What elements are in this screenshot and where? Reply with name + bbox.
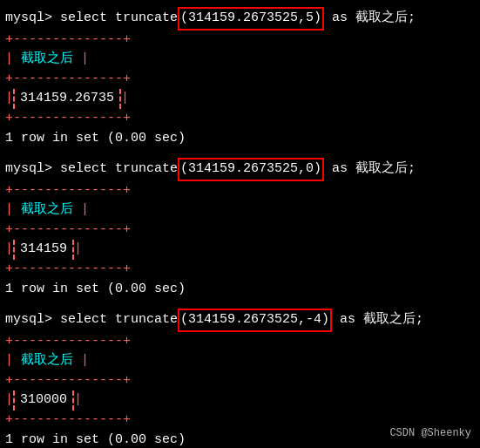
table-value-row-1: |314159.26735| <box>5 89 475 109</box>
alias-1: as 截取之后; <box>324 9 416 29</box>
value-cell-2: 314159 <box>13 240 74 260</box>
prompt-1: mysql> select truncate <box>5 9 178 29</box>
watermark: CSDN @Sheenky <box>389 427 471 439</box>
table-bottom-1: +--------------+ <box>5 109 475 129</box>
info-line-2: 1 row in set (0.00 sec) <box>5 279 475 300</box>
args-text-1: (314159.2673525,5) <box>180 10 321 25</box>
table-mid-2: +--------------+ <box>5 221 475 241</box>
table-bottom-2: +--------------+ <box>5 260 475 280</box>
table-top-2: +--------------+ <box>5 181 475 201</box>
column-header-3: 截取之后 <box>13 351 81 371</box>
query-line-2: mysql> select truncate(314159.2673525,0)… <box>5 158 475 181</box>
table-value-row-3: |310000| <box>5 390 475 411</box>
table-top-1: +--------------+ <box>5 31 475 51</box>
value-cell-3: 310000 <box>13 390 74 411</box>
table-value-row-2: |314159| <box>5 240 475 260</box>
args-text-2: (314159.2673525,0) <box>180 161 321 176</box>
column-header-2: 截取之后 <box>13 200 81 221</box>
alias-3: as 截取之后; <box>332 310 423 330</box>
query-block-1: mysql> select truncate(314159.2673525,5)… <box>5 7 475 149</box>
args-box-3: (314159.2673525,-4) <box>178 309 332 332</box>
table-mid-3: +--------------+ <box>5 371 475 391</box>
table-header-3: | 截取之后 | <box>5 351 475 371</box>
table-header-1: | 截取之后 | <box>5 50 475 70</box>
query-line-1: mysql> select truncate(314159.2673525,5)… <box>5 7 475 31</box>
prompt-3: mysql> select truncate <box>5 310 178 330</box>
column-header-1: 截取之后 <box>13 50 81 70</box>
value-cell-1: 314159.26735 <box>13 89 121 109</box>
alias-2: as 截取之后; <box>324 160 416 180</box>
prompt-2: mysql> select truncate <box>5 160 178 180</box>
terminal-window: mysql> select truncate(314159.2673525,5)… <box>0 0 480 448</box>
table-header-2: | 截取之后 | <box>5 200 475 221</box>
table-mid-1: +--------------+ <box>5 70 475 90</box>
info-line-1: 1 row in set (0.00 sec) <box>5 128 475 149</box>
query-line-3: mysql> select truncate(314159.2673525,-4… <box>5 309 475 332</box>
args-box-2: (314159.2673525,0) <box>178 158 324 181</box>
query-block-2: mysql> select truncate(314159.2673525,0)… <box>5 158 475 300</box>
table-top-3: +--------------+ <box>5 332 475 352</box>
args-text-3: (314159.2673525,-4) <box>180 312 329 327</box>
args-box-1: (314159.2673525,5) <box>178 7 324 31</box>
